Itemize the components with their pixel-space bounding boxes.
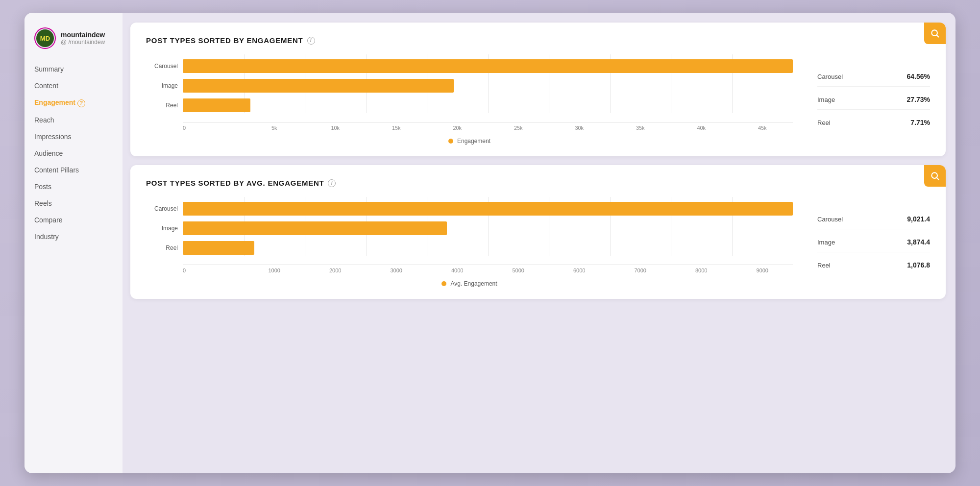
nav-label-reels: Reels xyxy=(34,199,52,207)
sidebar-item-summary[interactable]: Summary xyxy=(24,61,122,77)
card2-title-text: POST TYPES SORTED BY AVG. ENGAGEMENT xyxy=(146,179,324,187)
stat-label: Reel xyxy=(817,119,831,126)
sidebar-item-audience[interactable]: Audience xyxy=(24,145,122,162)
card-engagement-by-type: POST TYPES SORTED BY ENGAGEMENT i Carous… xyxy=(130,23,946,156)
card1-search-button[interactable] xyxy=(924,23,946,44)
stat-row: Image27.73% xyxy=(817,96,930,110)
bar-row: Reel xyxy=(146,98,793,112)
bar-label: Image xyxy=(146,225,178,232)
stat-label: Carousel xyxy=(817,73,843,80)
bar-track xyxy=(183,221,793,235)
main-content: POST TYPES SORTED BY ENGAGEMENT i Carous… xyxy=(122,13,956,473)
bar-track xyxy=(183,241,793,255)
card-avg-engagement-by-type: POST TYPES SORTED BY AVG. ENGAGEMENT i C… xyxy=(130,165,946,299)
bar-fill xyxy=(183,202,793,216)
bar-fill xyxy=(183,79,454,93)
bar-fill xyxy=(183,221,447,235)
bar-row: Reel xyxy=(146,241,793,255)
bar-label: Reel xyxy=(146,244,178,251)
x-tick: 5000 xyxy=(488,265,549,273)
stat-row: Image3,874.4 xyxy=(817,238,930,252)
nav-label-reach: Reach xyxy=(34,116,54,124)
sidebar-item-industry[interactable]: Industry xyxy=(24,228,122,245)
x-tick: 25k xyxy=(488,122,549,131)
profile-info: mountaindew @ /mountaindew xyxy=(61,31,105,46)
card1-title-text: POST TYPES SORTED BY ENGAGEMENT xyxy=(146,36,303,45)
card2-bar-chart: CarouselImageReel01000200030004000500060… xyxy=(146,197,793,287)
sidebar-item-content-pillars[interactable]: Content Pillars xyxy=(24,162,122,178)
x-tick: 2000 xyxy=(305,265,366,273)
card2-info-icon[interactable]: i xyxy=(328,179,336,187)
x-tick: 35k xyxy=(610,122,671,131)
stat-value: 64.56% xyxy=(907,73,930,80)
bar-track xyxy=(183,98,793,112)
stat-row: Carousel64.56% xyxy=(817,73,930,87)
x-tick: 7000 xyxy=(610,265,671,273)
stat-label: Reel xyxy=(817,262,831,269)
stat-row: Reel7.71% xyxy=(817,119,930,126)
card1-legend-dot xyxy=(448,139,453,144)
stat-value: 27.73% xyxy=(907,96,930,103)
card1-legend-label: Engagement xyxy=(457,138,490,145)
sidebar-item-reels[interactable]: Reels xyxy=(24,195,122,212)
card1-bars-bars: CarouselImageReel xyxy=(146,54,793,118)
card1-bars-wrapper: CarouselImageReel05k10k15k20k25k30k35k40… xyxy=(146,54,793,131)
x-tick: 0 xyxy=(183,265,244,273)
card2-title: POST TYPES SORTED BY AVG. ENGAGEMENT i xyxy=(146,179,930,187)
bar-label: Carousel xyxy=(146,63,178,70)
bar-fill xyxy=(183,59,793,73)
card2-legend-label: Avg. Engagement xyxy=(450,280,497,287)
x-axis: 05k10k15k20k25k30k35k40k45k xyxy=(183,122,793,131)
sidebar-item-compare[interactable]: Compare xyxy=(24,212,122,228)
nav-label-industry: Industry xyxy=(34,233,59,241)
stat-row: Reel1,076.8 xyxy=(817,261,930,269)
profile-handle: @ /mountaindew xyxy=(61,39,105,46)
bar-label: Reel xyxy=(146,102,178,109)
bar-row: Carousel xyxy=(146,202,793,216)
bar-row: Image xyxy=(146,79,793,93)
x-tick: 15k xyxy=(366,122,427,131)
card2-legend: Avg. Engagement xyxy=(146,280,793,287)
bar-track xyxy=(183,59,793,73)
sidebar: MD mountaindew @ /mountaindew SummaryCon… xyxy=(24,13,122,473)
nav-label-summary: Summary xyxy=(34,65,64,73)
profile-section: MD mountaindew @ /mountaindew xyxy=(24,23,122,61)
nav-label-audience: Audience xyxy=(34,149,63,157)
x-tick: 20k xyxy=(427,122,488,131)
x-tick: 4000 xyxy=(427,265,488,273)
x-tick: 3000 xyxy=(366,265,427,273)
app-container: MD mountaindew @ /mountaindew SummaryCon… xyxy=(24,13,956,473)
x-tick: 45k xyxy=(732,122,793,131)
x-tick: 10k xyxy=(305,122,366,131)
sidebar-item-reach[interactable]: Reach xyxy=(24,112,122,128)
svg-line-3 xyxy=(937,35,939,37)
sidebar-item-content[interactable]: Content xyxy=(24,77,122,94)
bar-track xyxy=(183,79,793,93)
sidebar-item-posts[interactable]: Posts xyxy=(24,178,122,195)
nav-label-content-pillars: Content Pillars xyxy=(34,166,79,174)
stat-value: 1,076.8 xyxy=(907,261,930,269)
card2-legend-dot xyxy=(441,281,446,286)
card2-chart-area: CarouselImageReel01000200030004000500060… xyxy=(146,197,930,287)
x-tick: 8000 xyxy=(671,265,732,273)
bar-fill xyxy=(183,98,250,112)
card2-bars-bars: CarouselImageReel xyxy=(146,197,793,261)
bar-row: Image xyxy=(146,221,793,235)
card1-info-icon[interactable]: i xyxy=(307,37,315,45)
card2-search-button[interactable] xyxy=(924,165,946,187)
bar-row: Carousel xyxy=(146,59,793,73)
card1-stats-panel: Carousel64.56%Image27.73%Reel7.71% xyxy=(803,54,930,145)
sidebar-item-engagement[interactable]: Engagement ? xyxy=(24,94,122,112)
stat-label: Carousel xyxy=(817,216,843,223)
svg-line-5 xyxy=(937,178,939,180)
bar-track xyxy=(183,202,793,216)
sidebar-item-impressions[interactable]: Impressions xyxy=(24,128,122,145)
stat-value: 3,874.4 xyxy=(907,238,930,246)
nav-label-compare: Compare xyxy=(34,216,63,224)
card2-bars-wrapper: CarouselImageReel01000200030004000500060… xyxy=(146,197,793,273)
nav-label-posts: Posts xyxy=(34,183,51,191)
nav-label-impressions: Impressions xyxy=(34,133,71,141)
profile-logo: MD xyxy=(34,27,56,49)
stat-label: Image xyxy=(817,96,835,103)
nav-info-engagement[interactable]: ? xyxy=(77,99,85,107)
